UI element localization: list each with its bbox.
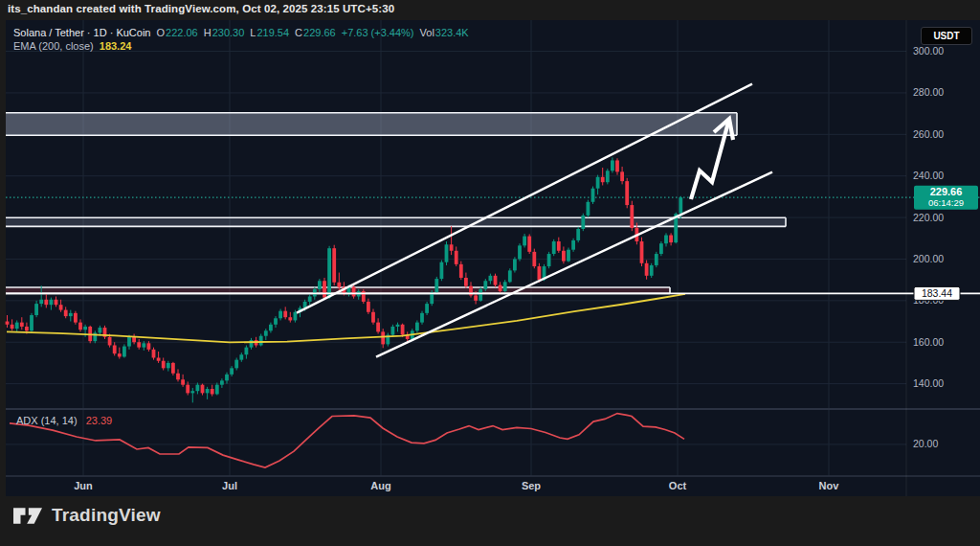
ema-legend-row[interactable]: EMA (200, close) 183.24 [13, 39, 469, 53]
time-tick-label: Jun [74, 480, 93, 491]
price-tick-label: 240.00 [913, 170, 944, 181]
tradingview-chart-page: its_chandan created with TradingView.com… [0, 0, 980, 546]
adx-legend-row[interactable]: ADX (14, 14) 23.39 [16, 415, 112, 426]
adx-indicator-label: ADX (14, 14) [16, 415, 78, 426]
time-tick-label: Nov [819, 480, 840, 491]
price-tick-label: 300.00 [913, 45, 944, 57]
resistance-zone-mid[interactable] [6, 217, 786, 226]
price-tick-label: 160.00 [913, 336, 944, 348]
tradingview-logo-text: TradingView [52, 505, 161, 526]
tradingview-logo[interactable]: TradingView [13, 505, 161, 526]
chart-legend: Solana / Tether · 1D · KuCoin O222.06 H2… [13, 26, 469, 53]
tradingview-logo-icon [13, 506, 42, 526]
adx-indicator-value: 23.39 [86, 415, 113, 426]
change-value: +7.63 (+3.44%) [342, 26, 414, 39]
ema-indicator-label: EMA (200, close) [13, 39, 94, 53]
volume-value: Vol323.4K [420, 26, 469, 39]
chart-surface[interactable]: 300.00280.00260.00240.00220.00200.00180.… [0, 0, 980, 546]
price-tick-label: 260.00 [913, 128, 944, 140]
open-value: O222.06 [156, 26, 197, 39]
ema-indicator-value: 183.24 [100, 39, 132, 53]
low-value: L219.54 [250, 26, 289, 39]
close-value: C229.66 [295, 26, 336, 39]
price-tick-label: 140.00 [913, 377, 944, 389]
price-tick-label: 220.00 [913, 212, 944, 223]
time-tick-label: Aug [370, 480, 390, 491]
symbol-legend-row[interactable]: Solana / Tether · 1D · KuCoin O222.06 H2… [13, 26, 469, 39]
currency-toggle-button[interactable]: USDT [921, 27, 972, 45]
symbol-title: Solana / Tether · 1D · KuCoin [13, 26, 150, 39]
high-value: H230.30 [204, 26, 245, 39]
support-level-badge: 183.44 [914, 286, 960, 300]
svg-text:229.66: 229.66 [930, 186, 963, 197]
price-tick-label: 280.00 [913, 86, 944, 98]
time-tick-label: Oct [669, 480, 687, 491]
chart-background [6, 20, 980, 496]
supply-zone-upper[interactable] [6, 113, 737, 135]
time-tick-label: Jul [222, 480, 237, 491]
svg-text:06:14:29: 06:14:29 [928, 197, 964, 208]
current-price-badge: 229.6606:14:29 [914, 186, 978, 210]
adx-tick-label: 20.00 [913, 438, 938, 449]
time-tick-label: Sep [522, 480, 541, 491]
svg-text:183.44: 183.44 [922, 287, 952, 299]
price-tick-label: 200.00 [913, 253, 944, 264]
